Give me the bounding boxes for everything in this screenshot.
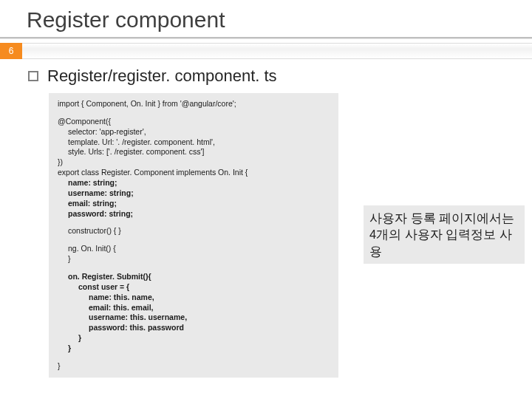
code-line: }) <box>58 157 330 168</box>
code-line: username: this. username, <box>58 313 330 323</box>
code-line: on. Register. Submit(){ <box>58 272 330 282</box>
page-bar: 6 <box>0 43 532 59</box>
subtitle-row: Register/register. component. ts <box>28 66 532 86</box>
code-block: import { Component, On. Init } from '@an… <box>49 93 338 378</box>
code-line: } <box>58 254 330 265</box>
code-line: const user = { <box>58 282 330 293</box>
code-line: template. Url: '. /register. component. … <box>58 137 330 148</box>
callout-box: 사용자 등록 페이지에서는 4개의 사용자 입력정보 사용 <box>364 205 525 264</box>
code-line: password: string; <box>58 209 330 219</box>
callout-line: 사용자 등록 페이지에서는 <box>369 210 519 226</box>
square-bullet-icon <box>28 71 38 81</box>
slide-title-area: Register component <box>0 0 532 38</box>
code-line: email: this. email, <box>58 303 330 313</box>
page-bar-line <box>22 43 532 59</box>
code-line: username: string; <box>58 188 330 199</box>
callout-line: 4개의 사용자 입력정보 사용 <box>369 226 519 259</box>
code-line: export class Register. Component impleme… <box>58 168 330 178</box>
code-line: name: this. name, <box>58 293 330 303</box>
code-line: } <box>58 361 330 372</box>
code-line: } <box>58 344 330 354</box>
code-line: @Component({ <box>58 117 330 127</box>
code-line: name: string; <box>58 178 330 188</box>
page-number-badge: 6 <box>0 43 22 59</box>
code-line: selector: 'app-register', <box>58 127 330 137</box>
code-line: password: this. password <box>58 323 330 333</box>
code-line: ng. On. Init() { <box>58 244 330 254</box>
code-line: email: string; <box>58 199 330 209</box>
code-line: constructor() { } <box>58 226 330 236</box>
code-line: } <box>58 333 330 344</box>
content-area: Register/register. component. ts import … <box>0 59 532 378</box>
slide-title: Register component <box>27 7 532 33</box>
code-line: import { Component, On. Init } from '@an… <box>58 99 330 109</box>
code-line: style. Urls: ['. /register. component. c… <box>58 147 330 157</box>
subtitle-text: Register/register. component. ts <box>47 66 277 86</box>
